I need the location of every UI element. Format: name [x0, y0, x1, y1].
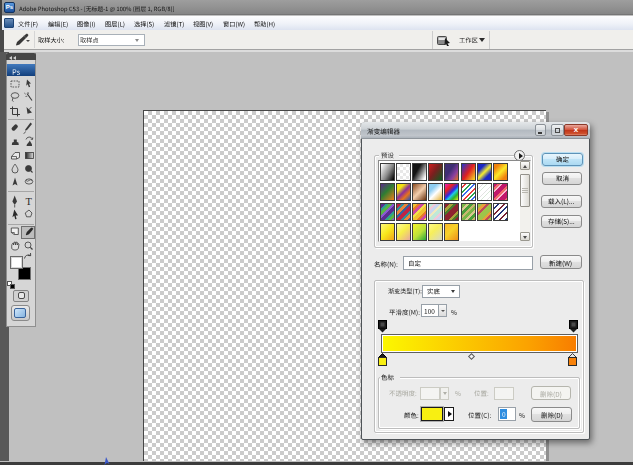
svg-text:T: T [26, 196, 33, 207]
